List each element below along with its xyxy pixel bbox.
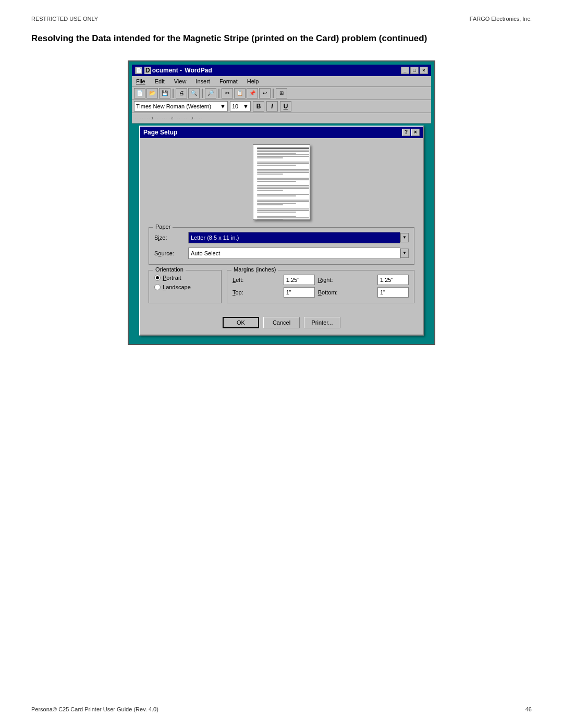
top-label: Top: xyxy=(232,289,280,295)
menu-help[interactable]: Help xyxy=(245,77,261,85)
preview-line xyxy=(257,217,309,218)
source-dropdown[interactable]: Auto Select xyxy=(188,248,400,259)
preview-line xyxy=(257,169,309,170)
wordpad-ruler: · · · · · · · 1 · · · · · · · 2 · · · · … xyxy=(132,113,431,124)
preview-line xyxy=(257,153,296,154)
preview-line xyxy=(257,154,309,155)
paste-btn[interactable]: 📌 xyxy=(247,88,258,98)
preview-line xyxy=(257,188,309,189)
preview-line xyxy=(257,185,309,186)
font-name-select[interactable]: Times New Roman (Western) ▼ xyxy=(134,101,228,112)
landscape-row: Landscape xyxy=(154,284,216,290)
preview-line xyxy=(257,162,309,163)
margins-grid: Left: 1.25" Right: 1.25" Top: 1" Bottom:… xyxy=(232,275,409,298)
preview-line xyxy=(257,147,309,149)
dialog-close-btn[interactable]: × xyxy=(411,129,420,136)
preview-line xyxy=(257,187,309,188)
preview-line xyxy=(257,190,283,191)
preview-line xyxy=(257,219,283,220)
cut-btn[interactable]: ✂ xyxy=(222,88,233,98)
dialog-title: Page Setup xyxy=(143,129,177,136)
undo-btn[interactable]: ↩ xyxy=(259,88,271,98)
page-preview-area xyxy=(149,144,414,220)
source-row: Source: Auto Select ▼ xyxy=(154,248,409,259)
top-input[interactable]: 1" xyxy=(284,287,315,298)
menu-file[interactable]: File xyxy=(134,77,148,85)
titlebar-controls: _ □ × xyxy=(401,67,428,74)
page-title: Resolving the Data intended for the Magn… xyxy=(31,32,532,45)
close-btn[interactable]: × xyxy=(420,67,428,74)
landscape-radio[interactable] xyxy=(154,284,161,290)
preview-line xyxy=(257,212,296,213)
source-dropdown-arrow[interactable]: ▼ xyxy=(400,249,409,258)
menu-view[interactable]: View xyxy=(172,77,189,85)
size-row: Size: Letter (8.5 x 11 in.) ▼ xyxy=(154,232,409,243)
wordpad-toolbar: 📄 📂 💾 🖨 🔍 🔎 ✂ 📋 📌 ↩ ⊞ xyxy=(132,87,431,100)
wordpad-title: Document - WordPad xyxy=(144,67,213,74)
page-preview xyxy=(253,144,310,220)
new-btn[interactable]: 📄 xyxy=(134,88,145,98)
portrait-radio[interactable] xyxy=(154,275,161,281)
source-label: Source: xyxy=(154,250,188,256)
right-label: Right: xyxy=(318,277,374,283)
footer-left: Persona® C25 Card Printer User Guide (Re… xyxy=(31,706,158,712)
print-btn[interactable]: 🖨 xyxy=(176,88,187,98)
maximize-btn[interactable]: □ xyxy=(410,67,419,74)
paper-section: Paper Size: Letter (8.5 x 11 in.) xyxy=(149,227,414,265)
save-btn[interactable]: 💾 xyxy=(159,88,170,98)
find-btn[interactable]: 🔎 xyxy=(205,88,216,98)
menu-edit[interactable]: Edit xyxy=(153,77,167,85)
header-left: RESTRICTED USE ONLY xyxy=(31,16,98,22)
dialog-controls: ? × xyxy=(402,129,420,136)
preview-line xyxy=(257,163,309,164)
preview-line xyxy=(257,165,296,166)
bottom-sections: Orientation Portrait xyxy=(149,270,414,309)
cancel-button[interactable]: Cancel xyxy=(263,317,300,328)
preview-line xyxy=(257,156,309,157)
bold-btn[interactable]: B xyxy=(253,101,264,112)
preview-line xyxy=(257,172,309,173)
document-icon: 📄 xyxy=(135,67,142,74)
left-input[interactable]: 1.25" xyxy=(284,275,315,285)
open-btn[interactable]: 📂 xyxy=(146,88,158,98)
font-size-select[interactable]: 10 ▼ xyxy=(230,101,251,112)
preview-line xyxy=(257,178,309,179)
object-btn[interactable]: ⊞ xyxy=(276,88,287,98)
preview-line xyxy=(257,195,296,196)
footer: Persona® C25 Card Printer User Guide (Re… xyxy=(31,706,532,712)
size-dropdown-arrow: ▼ xyxy=(243,103,249,109)
preview-line xyxy=(257,150,309,151)
printer-button[interactable]: Printer... xyxy=(304,317,340,328)
right-input[interactable]: 1.25" xyxy=(377,275,409,285)
preview-line xyxy=(257,216,296,217)
separator3 xyxy=(218,89,219,98)
size-dropdown[interactable]: Letter (8.5 x 11 in.) xyxy=(188,232,400,243)
portrait-label: Portrait xyxy=(163,275,181,281)
font-dropdown-arrow: ▼ xyxy=(220,103,226,109)
separator4 xyxy=(273,89,274,98)
bottom-input[interactable]: 1" xyxy=(377,287,409,298)
orientation-label: Orientation xyxy=(153,266,186,273)
preview-line xyxy=(257,157,283,158)
page-setup-dialog: Page Setup ? × xyxy=(139,126,424,336)
copy-btn[interactable]: 📋 xyxy=(234,88,246,98)
ok-button[interactable]: OK xyxy=(223,317,259,328)
dialog-help-btn[interactable]: ? xyxy=(402,129,410,136)
preview-line xyxy=(257,181,296,182)
preview-btn[interactable]: 🔍 xyxy=(188,88,200,98)
menu-insert[interactable]: Insert xyxy=(193,77,212,85)
preview-line xyxy=(257,201,309,202)
italic-btn[interactable]: I xyxy=(266,101,278,112)
underline-btn[interactable]: U xyxy=(280,101,291,112)
orientation-section: Orientation Portrait xyxy=(149,270,222,303)
landscape-label: Landscape xyxy=(163,284,191,290)
portrait-row: Portrait xyxy=(154,275,216,281)
size-label: Size: xyxy=(154,235,188,241)
menu-format[interactable]: Format xyxy=(217,77,240,85)
minimize-btn[interactable]: _ xyxy=(401,67,409,74)
preview-line xyxy=(257,204,283,205)
paper-label: Paper xyxy=(153,224,173,230)
preview-line xyxy=(257,174,283,175)
size-dropdown-arrow[interactable]: ▼ xyxy=(400,233,409,242)
dialog-body: Paper Size: Letter (8.5 x 11 in.) xyxy=(140,138,423,335)
